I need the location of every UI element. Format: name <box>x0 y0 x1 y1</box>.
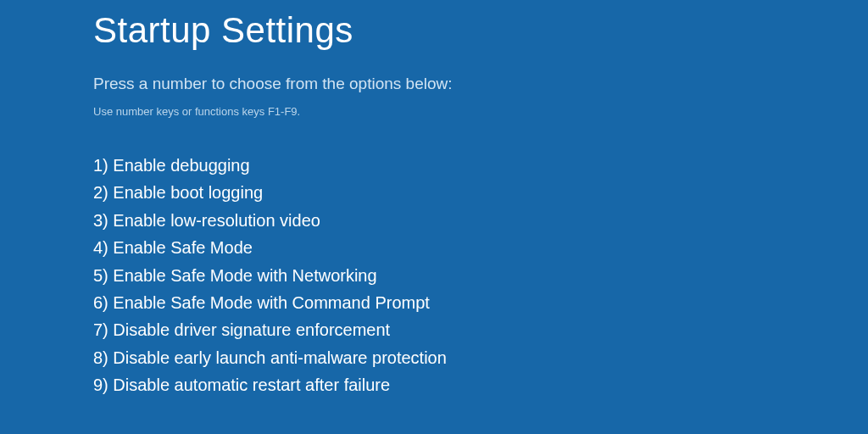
option-item[interactable]: 5) Enable Safe Mode with Networking <box>93 262 868 289</box>
option-item[interactable]: 9) Disable automatic restart after failu… <box>93 371 868 398</box>
option-item[interactable]: 8) Disable early launch anti-malware pro… <box>93 344 868 371</box>
startup-options-list: 1) Enable debugging 2) Enable boot loggi… <box>93 152 868 399</box>
option-item[interactable]: 2) Enable boot logging <box>93 179 868 206</box>
option-item[interactable]: 7) Disable driver signature enforcement <box>93 316 868 343</box>
option-item[interactable]: 3) Enable low-resolution video <box>93 207 868 234</box>
page-title: Startup Settings <box>93 10 868 51</box>
option-item[interactable]: 6) Enable Safe Mode with Command Prompt <box>93 289 868 316</box>
instruction-text: Press a number to choose from the option… <box>93 75 868 93</box>
option-item[interactable]: 4) Enable Safe Mode <box>93 234 868 261</box>
hint-text: Use number keys or functions keys F1-F9. <box>93 105 868 118</box>
option-item[interactable]: 1) Enable debugging <box>93 152 868 179</box>
